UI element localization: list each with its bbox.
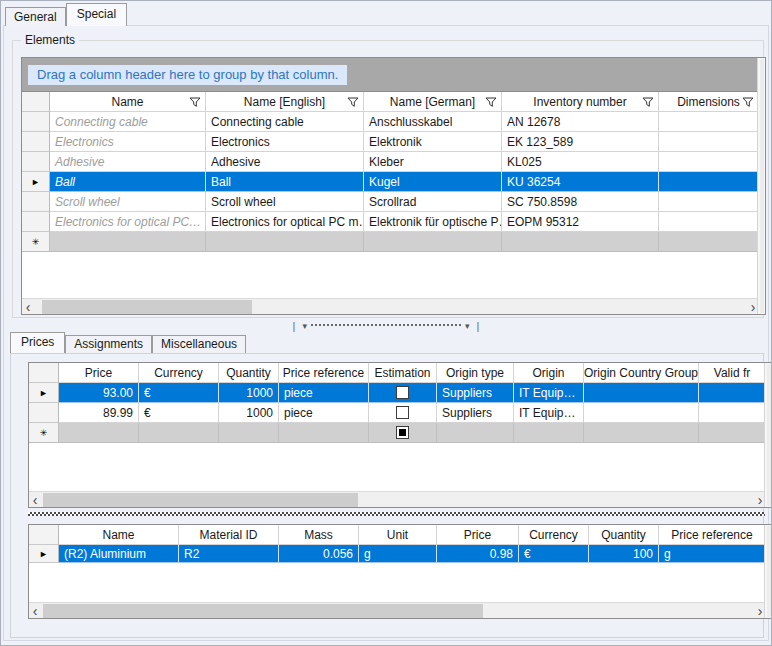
- splitter-arrow-icon[interactable]: ▾: [302, 321, 307, 331]
- cell-name[interactable]: Connecting cable: [50, 112, 206, 132]
- collapse-splitter[interactable]: | ▾ ▾ |: [4, 320, 768, 332]
- cell-price-reference[interactable]: piece: [279, 403, 369, 423]
- cell-name-german[interactable]: Anschlusskabel: [364, 112, 502, 132]
- cell-name[interactable]: Adhesive: [50, 152, 206, 172]
- cell-name-english[interactable]: Adhesive: [206, 152, 364, 172]
- estimation-checkbox-indeterminate[interactable]: [396, 426, 409, 439]
- cell-name-english[interactable]: Ball: [206, 172, 364, 192]
- tab-assignments[interactable]: Assignments: [65, 335, 152, 353]
- column-header-name[interactable]: Name: [50, 92, 206, 112]
- scrollbar-thumb[interactable]: [767, 526, 771, 617]
- cell-price[interactable]: 93.00: [59, 383, 139, 403]
- elements-vertical-scrollbar[interactable]: [757, 58, 765, 314]
- filter-icon[interactable]: [642, 97, 654, 108]
- cell-name-english[interactable]: Electronics: [206, 132, 364, 152]
- tab-prices[interactable]: Prices: [10, 332, 65, 353]
- splitter-dots[interactable]: [311, 324, 461, 326]
- column-header-currency[interactable]: Currency: [139, 363, 219, 383]
- column-header-price-reference[interactable]: Price reference: [279, 363, 369, 383]
- filter-icon[interactable]: [189, 97, 201, 108]
- cell-inventory-number[interactable]: KU 36254: [502, 172, 659, 192]
- cell-name-german[interactable]: Scrollrad: [364, 192, 502, 212]
- cell-price[interactable]: 0.98: [437, 545, 519, 563]
- cell-inventory-number[interactable]: EOPM 95312: [502, 212, 659, 232]
- cell-inventory-number[interactable]: SC 750.8598: [502, 192, 659, 212]
- new-row-cell[interactable]: [206, 232, 364, 252]
- prices-horizontal-scrollbar[interactable]: ‹ ›: [29, 491, 766, 507]
- elements-horizontal-scrollbar[interactable]: ‹ ›: [22, 298, 759, 314]
- cell-dimensions[interactable]: [659, 172, 759, 192]
- cell-origin-country-group[interactable]: [584, 383, 699, 403]
- cell-currency[interactable]: €: [139, 403, 219, 423]
- row-header-current[interactable]: ►: [29, 545, 59, 563]
- cell-unit[interactable]: g: [359, 545, 437, 563]
- cell-dimensions[interactable]: [659, 132, 759, 152]
- cell-price-reference[interactable]: g: [659, 545, 766, 563]
- estimation-checkbox[interactable]: [396, 406, 409, 419]
- cell-name-german[interactable]: Elektronik für optische P…: [364, 212, 502, 232]
- cell-valid-from[interactable]: [699, 383, 766, 403]
- cell-name-english[interactable]: Electronics for optical PC m…: [206, 212, 364, 232]
- scrollbar-thumb[interactable]: [42, 300, 252, 314]
- cell-name-german[interactable]: Elektronik: [364, 132, 502, 152]
- scroll-left-icon[interactable]: ‹: [29, 603, 41, 618]
- tab-special[interactable]: Special: [66, 3, 127, 26]
- column-header-name[interactable]: Name: [59, 525, 179, 545]
- cell-dimensions[interactable]: [659, 192, 759, 212]
- column-header-origin-country-group[interactable]: Origin Country Group: [584, 363, 699, 383]
- cell-quantity[interactable]: 1000: [219, 403, 279, 423]
- cell-name-english[interactable]: Connecting cable: [206, 112, 364, 132]
- new-row-cell[interactable]: [279, 423, 369, 443]
- column-header-unit[interactable]: Unit: [359, 525, 437, 545]
- column-header-quantity[interactable]: Quantity: [589, 525, 659, 545]
- filter-icon[interactable]: [485, 97, 497, 108]
- prices-vertical-scrollbar[interactable]: [764, 363, 772, 507]
- cell-origin-type[interactable]: Suppliers: [437, 403, 514, 423]
- cell-price-reference[interactable]: piece: [279, 383, 369, 403]
- column-header-mass[interactable]: Mass: [279, 525, 359, 545]
- cell-origin[interactable]: IT Equip…: [514, 383, 584, 403]
- row-header[interactable]: [22, 132, 50, 152]
- cell-dimensions[interactable]: [659, 112, 759, 132]
- column-header-price[interactable]: Price: [59, 363, 139, 383]
- column-header-origin-type[interactable]: Origin type: [437, 363, 514, 383]
- cell-name[interactable]: (R2) Aluminium: [59, 545, 179, 563]
- filter-icon[interactable]: [742, 97, 754, 108]
- column-header-estimation[interactable]: Estimation: [369, 363, 437, 383]
- cell-valid-from[interactable]: [699, 403, 766, 423]
- splitter-arrow-icon[interactable]: ▾: [465, 321, 470, 331]
- new-row-cell[interactable]: [59, 423, 139, 443]
- new-row-header[interactable]: ✳: [29, 423, 59, 443]
- cell-name-german[interactable]: Kleber: [364, 152, 502, 172]
- column-header-valid-from[interactable]: Valid fr: [699, 363, 766, 383]
- row-header[interactable]: [22, 152, 50, 172]
- row-header[interactable]: [22, 192, 50, 212]
- row-header[interactable]: [29, 403, 59, 423]
- scrollbar-thumb[interactable]: [43, 604, 483, 618]
- cell-name[interactable]: Electronics for optical PC…: [50, 212, 206, 232]
- column-header-origin[interactable]: Origin: [514, 363, 584, 383]
- cell-name[interactable]: Scroll wheel: [50, 192, 206, 212]
- scroll-left-icon[interactable]: ‹: [22, 299, 34, 314]
- tab-general[interactable]: General: [5, 7, 66, 26]
- row-header[interactable]: [22, 212, 50, 232]
- cell-quantity[interactable]: 100: [589, 545, 659, 563]
- cell-name[interactable]: Ball: [50, 172, 206, 192]
- column-header-material-id[interactable]: Material ID: [179, 525, 279, 545]
- new-row-cell[interactable]: [584, 423, 699, 443]
- scroll-left-icon[interactable]: ‹: [29, 492, 41, 507]
- scrollbar-thumb[interactable]: [767, 364, 771, 506]
- cell-mass[interactable]: 0.056: [279, 545, 359, 563]
- cell-dimensions[interactable]: [659, 152, 759, 172]
- new-row-cell[interactable]: [502, 232, 659, 252]
- new-row-cell[interactable]: [139, 423, 219, 443]
- column-header-name-german[interactable]: Name [German]: [364, 92, 502, 112]
- tab-miscellaneous[interactable]: Miscellaneous: [152, 335, 246, 353]
- cell-currency[interactable]: €: [519, 545, 589, 563]
- row-header-current[interactable]: ►: [29, 383, 59, 403]
- column-header-name-english[interactable]: Name [English]: [206, 92, 364, 112]
- column-header-currency[interactable]: Currency: [519, 525, 589, 545]
- new-row-cell[interactable]: [514, 423, 584, 443]
- cell-inventory-number[interactable]: KL025: [502, 152, 659, 172]
- cell-name-english[interactable]: Scroll wheel: [206, 192, 364, 212]
